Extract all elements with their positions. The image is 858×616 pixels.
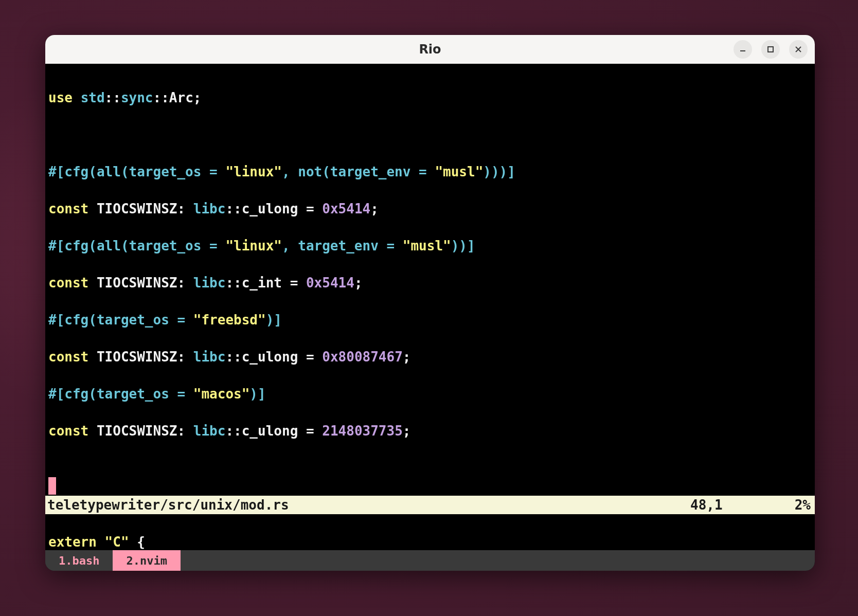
code-token: const [48,275,97,291]
code-token: ; [403,423,411,439]
code-token: TIOCSWINSZ [97,275,177,291]
code-token: libc [193,423,226,439]
code-blank [48,459,815,477]
code-token: :: [225,275,241,291]
code-token: std [81,90,105,105]
code-token: , target_env = [282,238,403,253]
code-token: c_ulong [242,349,298,365]
code-token: #[cfg(all(target_os = [48,164,225,179]
code-token: = [298,423,322,439]
code-token: const [48,201,97,216]
code-token: ))] [451,238,475,253]
code-token: "macos" [193,386,250,402]
code-token: extern [48,534,105,550]
code-blank [48,125,815,144]
status-file: teletypewriter/src/unix/mod.rs [47,496,289,514]
code-token: : [177,275,193,291]
titlebar[interactable]: Rio [45,35,815,64]
code-token: #[cfg(all(target_os = [48,238,225,253]
code-token: #[cfg(target_os = [48,386,193,402]
code-token: :: [225,201,241,216]
code-token: TIOCSWINSZ [97,349,177,365]
code-token: ; [193,90,202,105]
code-token: :: [105,90,121,105]
code-token: )))] [483,164,515,179]
vim-statusline: teletypewriter/src/unix/mod.rs 48,1 2% [45,496,815,514]
code-token: TIOCSWINSZ [97,423,177,439]
code-token: libc [193,349,226,365]
minimize-icon [739,45,747,53]
window-controls [734,40,808,59]
terminal-tabbar: 1.bash 2.nvim [45,550,815,571]
code-token: 0x5414 [306,275,354,291]
code-token: 0x5414 [322,201,370,216]
code-token: 2148037735 [322,423,403,439]
cursor [48,477,56,495]
code-token: = [298,201,322,216]
close-icon [794,45,802,53]
terminal-viewport[interactable]: use std::sync::Arc; #[cfg(all(target_os … [45,64,815,550]
code-token: TIOCSWINSZ [97,201,177,216]
code-token: , not(target_env = [282,164,435,179]
maximize-icon [766,45,775,53]
code-token: = [298,349,322,365]
app-window: Rio use std::sync::Arc; #[cfg(all(target… [45,35,815,571]
code-token: { [129,534,145,550]
svg-rect-1 [768,47,773,52]
status-percent: 2% [795,496,811,514]
editor-content: use std::sync::Arc; #[cfg(all(target_os … [45,70,815,550]
code-token: )] [266,312,282,328]
code-token: use [48,90,81,105]
code-token: :: [225,349,241,365]
minimize-button[interactable] [734,40,752,59]
code-token: : [177,201,193,216]
code-token: Arc [169,90,193,105]
code-token: :: [225,423,241,439]
code-token: c_int [242,275,282,291]
status-position: 48,1 [690,496,723,514]
code-token: : [177,349,193,365]
code-token: ; [370,201,379,216]
code-token: 0x80087467 [322,349,403,365]
code-token: "C" [105,534,129,550]
code-token: "freebsd" [193,312,266,328]
window-title: Rio [45,42,815,57]
tab-nvim[interactable]: 2.nvim [113,550,180,571]
code-token: const [48,423,97,439]
code-token: const [48,349,97,365]
code-token: :: [153,90,169,105]
code-token: : [177,423,193,439]
code-token: "linux" [225,164,282,179]
code-token: "musl" [403,238,451,253]
code-token: "musl" [435,164,483,179]
code-token: "linux" [225,238,282,253]
maximize-button[interactable] [761,40,780,59]
code-token: )] [249,386,265,402]
code-token: = [282,275,306,291]
code-token: c_ulong [242,423,298,439]
tab-bash[interactable]: 1.bash [45,550,113,571]
code-token: #[cfg(target_os = [48,312,193,328]
code-token: libc [193,201,226,216]
code-token: ; [403,349,411,365]
code-token: sync [121,90,153,105]
code-token: c_ulong [242,201,298,216]
close-button[interactable] [789,40,808,59]
code-token: ; [354,275,363,291]
code-token: libc [193,275,226,291]
